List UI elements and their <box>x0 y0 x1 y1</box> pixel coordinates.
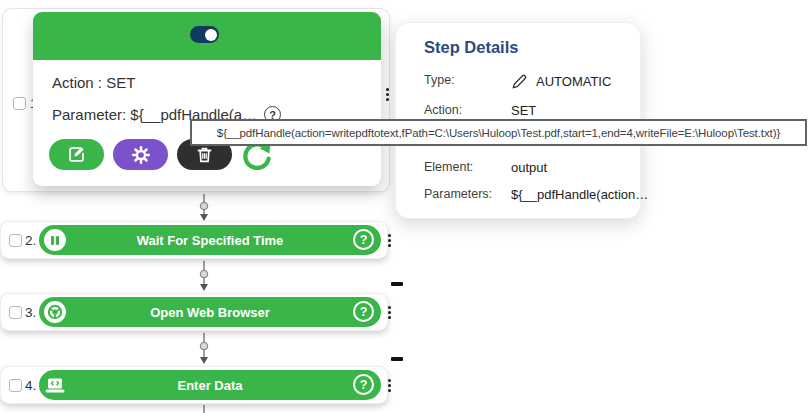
step-4-number: 4. <box>25 378 36 393</box>
step-2-number: 2. <box>25 233 36 248</box>
step-1-enable-toggle[interactable] <box>190 26 219 43</box>
edit-button[interactable] <box>49 139 104 170</box>
detail-label-type: Type: <box>424 73 511 90</box>
trash-icon <box>196 146 213 164</box>
step-3-number: 3. <box>25 305 36 320</box>
toggle-knob <box>205 29 217 41</box>
help-icon[interactable]: ? <box>353 301 374 322</box>
step-1-action-text: Action : SET <box>52 74 135 91</box>
step-row-3: 3. Open Web Browser ? <box>0 293 388 331</box>
connector-arrow <box>196 261 212 292</box>
step-2-label: Wait For Specified Time <box>39 233 381 248</box>
step-2-menu[interactable] <box>382 232 396 248</box>
step-4-label: Enter Data <box>39 378 381 393</box>
laptop-code-icon <box>44 374 66 396</box>
step-3-menu[interactable] <box>382 304 396 320</box>
detail-label-action: Action: <box>424 103 511 118</box>
detail-label-parameters: Parameters: <box>424 187 511 202</box>
connector-arrow <box>196 405 212 413</box>
detail-value-element: output <box>511 160 547 175</box>
step-3-checkbox[interactable] <box>9 306 22 319</box>
parameter-tooltip: ${__pdfHandle(action=writepdftotext,fPat… <box>190 119 807 146</box>
help-icon[interactable]: ? <box>353 229 374 250</box>
step-4-bar[interactable]: Enter Data ? <box>39 370 381 400</box>
edit-pencil-square-icon <box>67 145 86 164</box>
gear-icon <box>132 146 150 164</box>
connector-arrow <box>196 333 212 365</box>
detail-value-parameters: ${__pdfHandle(action… <box>511 187 648 202</box>
chrome-icon <box>44 301 66 323</box>
step-2-checkbox[interactable] <box>9 234 22 247</box>
help-icon[interactable]: ? <box>353 374 374 395</box>
pencil-icon <box>511 73 528 90</box>
step-3-bar[interactable]: Open Web Browser ? <box>39 297 381 327</box>
detail-label-element: Element: <box>424 160 511 175</box>
step-4-checkbox[interactable] <box>9 379 22 392</box>
panel-title: Step Details <box>424 38 518 57</box>
step-1-header <box>33 12 381 60</box>
step-2-bar[interactable]: Wait For Specified Time ? <box>39 225 381 255</box>
collapse-dash-icon[interactable] <box>391 357 403 361</box>
detail-value-action: SET <box>511 103 536 118</box>
step-row-4: 4. Enter Data ? <box>0 366 388 404</box>
step-1-expanded-body: Action : SET Parameter: ${__pdfHandle(a…… <box>33 12 381 186</box>
step-4-menu[interactable] <box>382 377 396 393</box>
step-1-checkbox[interactable] <box>13 97 26 110</box>
step-3-label: Open Web Browser <box>39 305 381 320</box>
pause-icon <box>44 229 66 251</box>
settings-button[interactable] <box>113 139 168 170</box>
step-row-2: 2. Wait For Specified Time ? <box>0 221 388 259</box>
collapse-dash-icon[interactable] <box>391 282 403 286</box>
detail-value-type: AUTOMATIC <box>536 74 611 89</box>
connector-arrow <box>196 194 212 222</box>
step-1-menu[interactable] <box>380 86 394 102</box>
